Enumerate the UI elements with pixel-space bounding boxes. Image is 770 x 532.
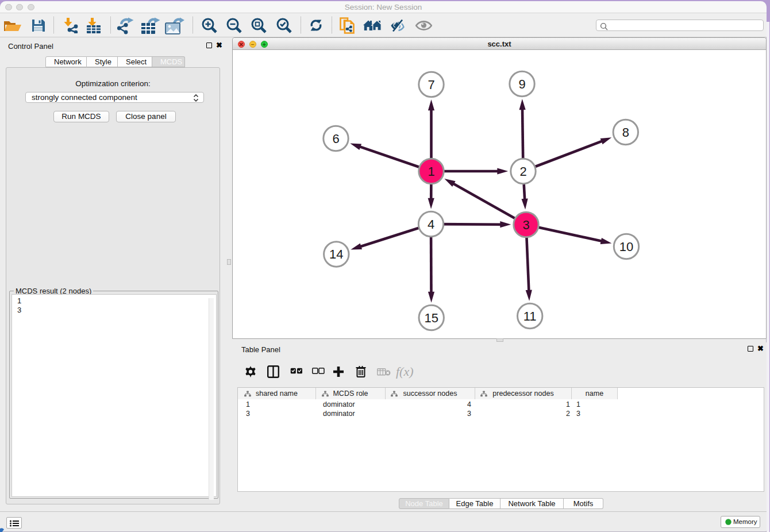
svg-text:6: 6 [332, 132, 339, 146]
svg-text:4: 4 [428, 217, 434, 232]
svg-text:9: 9 [518, 77, 525, 91]
svg-text:3: 3 [522, 218, 529, 232]
svg-text:14: 14 [329, 247, 343, 261]
svg-text:1: 1 [428, 164, 434, 179]
svg-text:11: 11 [523, 309, 537, 323]
svg-text:15: 15 [424, 311, 438, 325]
svg-text:10: 10 [619, 240, 633, 254]
svg-text:7: 7 [428, 78, 434, 92]
svg-text:8: 8 [622, 125, 629, 140]
svg-text:2: 2 [519, 164, 526, 179]
